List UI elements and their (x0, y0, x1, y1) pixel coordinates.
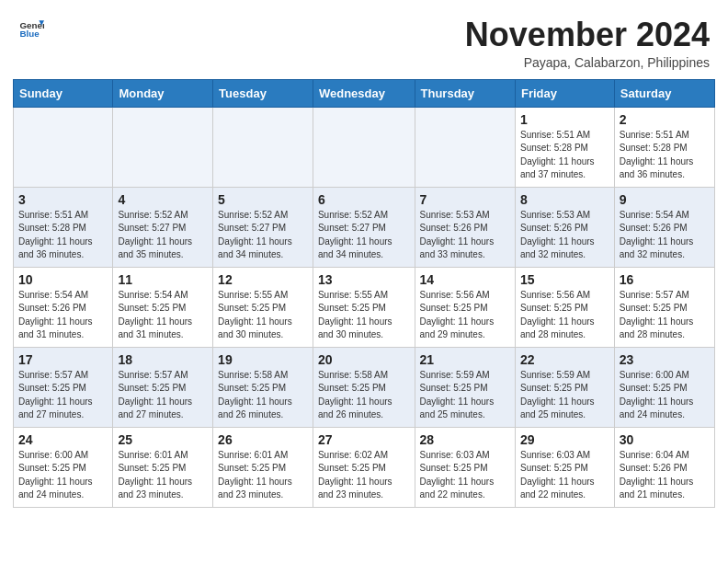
day-cell: 8Sunrise: 5:53 AM Sunset: 5:26 PM Daylig… (515, 187, 614, 267)
day-number: 4 (118, 192, 208, 207)
day-info: Sunrise: 6:03 AM Sunset: 5:25 PM Dayligh… (520, 449, 609, 502)
day-number: 20 (318, 352, 410, 367)
logo-icon: General Blue (18, 17, 44, 42)
day-cell: 28Sunrise: 6:03 AM Sunset: 5:25 PM Dayli… (415, 427, 515, 507)
day-cell: 15Sunrise: 5:56 AM Sunset: 5:25 PM Dayli… (515, 267, 614, 347)
day-info: Sunrise: 5:56 AM Sunset: 5:25 PM Dayligh… (420, 289, 510, 342)
day-cell (415, 107, 515, 187)
day-number: 5 (218, 192, 308, 207)
day-number: 11 (118, 272, 208, 287)
col-header-wednesday: Wednesday (313, 79, 415, 107)
day-info: Sunrise: 5:55 AM Sunset: 5:25 PM Dayligh… (318, 289, 410, 342)
day-number: 3 (18, 192, 108, 207)
day-info: Sunrise: 5:53 AM Sunset: 5:26 PM Dayligh… (520, 209, 609, 262)
day-cell: 9Sunrise: 5:54 AM Sunset: 5:26 PM Daylig… (614, 187, 714, 267)
day-number: 18 (118, 352, 208, 367)
day-cell: 7Sunrise: 5:53 AM Sunset: 5:26 PM Daylig… (415, 187, 515, 267)
header: General Blue November 2024 Payapa, Calab… (0, 0, 728, 79)
week-row-4: 17Sunrise: 5:57 AM Sunset: 5:25 PM Dayli… (14, 347, 715, 427)
day-info: Sunrise: 5:52 AM Sunset: 5:27 PM Dayligh… (218, 209, 308, 262)
day-info: Sunrise: 5:55 AM Sunset: 5:25 PM Dayligh… (218, 289, 308, 342)
day-number: 21 (420, 352, 510, 367)
logo: General Blue (18, 17, 44, 42)
day-number: 26 (218, 432, 308, 447)
day-cell (313, 107, 415, 187)
week-row-5: 24Sunrise: 6:00 AM Sunset: 5:25 PM Dayli… (14, 427, 715, 507)
calendar-table: SundayMondayTuesdayWednesdayThursdayFrid… (13, 79, 715, 508)
day-number: 17 (18, 352, 108, 367)
day-cell (213, 107, 313, 187)
day-cell: 16Sunrise: 5:57 AM Sunset: 5:25 PM Dayli… (614, 267, 714, 347)
day-number: 14 (420, 272, 510, 287)
calendar-wrapper: SundayMondayTuesdayWednesdayThursdayFrid… (0, 79, 728, 521)
day-info: Sunrise: 6:04 AM Sunset: 5:26 PM Dayligh… (620, 449, 710, 502)
day-cell: 20Sunrise: 5:58 AM Sunset: 5:25 PM Dayli… (313, 347, 415, 427)
day-info: Sunrise: 5:54 AM Sunset: 5:26 PM Dayligh… (18, 289, 108, 342)
day-info: Sunrise: 5:57 AM Sunset: 5:25 PM Dayligh… (118, 369, 208, 422)
day-number: 2 (620, 112, 710, 127)
day-number: 28 (420, 432, 510, 447)
day-cell: 17Sunrise: 5:57 AM Sunset: 5:25 PM Dayli… (14, 347, 113, 427)
day-number: 6 (318, 192, 410, 207)
month-title: November 2024 (465, 17, 710, 53)
col-header-monday: Monday (113, 79, 213, 107)
day-info: Sunrise: 5:54 AM Sunset: 5:25 PM Dayligh… (118, 289, 208, 342)
day-number: 30 (620, 432, 710, 447)
day-info: Sunrise: 6:03 AM Sunset: 5:25 PM Dayligh… (420, 449, 510, 502)
day-info: Sunrise: 5:52 AM Sunset: 5:27 PM Dayligh… (318, 209, 410, 262)
day-cell: 6Sunrise: 5:52 AM Sunset: 5:27 PM Daylig… (313, 187, 415, 267)
day-cell: 12Sunrise: 5:55 AM Sunset: 5:25 PM Dayli… (213, 267, 313, 347)
day-cell: 18Sunrise: 5:57 AM Sunset: 5:25 PM Dayli… (113, 347, 213, 427)
week-row-3: 10Sunrise: 5:54 AM Sunset: 5:26 PM Dayli… (14, 267, 715, 347)
day-info: Sunrise: 5:57 AM Sunset: 5:25 PM Dayligh… (18, 369, 108, 422)
header-row: SundayMondayTuesdayWednesdayThursdayFrid… (14, 79, 715, 107)
day-info: Sunrise: 5:57 AM Sunset: 5:25 PM Dayligh… (620, 289, 710, 342)
day-number: 7 (420, 192, 510, 207)
week-row-1: 1Sunrise: 5:51 AM Sunset: 5:28 PM Daylig… (14, 107, 715, 187)
day-cell: 29Sunrise: 6:03 AM Sunset: 5:25 PM Dayli… (515, 427, 614, 507)
day-cell: 21Sunrise: 5:59 AM Sunset: 5:25 PM Dayli… (415, 347, 515, 427)
page: General Blue November 2024 Payapa, Calab… (0, 0, 728, 521)
day-info: Sunrise: 5:52 AM Sunset: 5:27 PM Dayligh… (118, 209, 208, 262)
day-cell: 22Sunrise: 5:59 AM Sunset: 5:25 PM Dayli… (515, 347, 614, 427)
day-cell: 2Sunrise: 5:51 AM Sunset: 5:28 PM Daylig… (614, 107, 714, 187)
day-number: 15 (520, 272, 609, 287)
day-cell: 1Sunrise: 5:51 AM Sunset: 5:28 PM Daylig… (515, 107, 614, 187)
col-header-thursday: Thursday (415, 79, 515, 107)
day-cell: 24Sunrise: 6:00 AM Sunset: 5:25 PM Dayli… (14, 427, 113, 507)
day-cell: 5Sunrise: 5:52 AM Sunset: 5:27 PM Daylig… (213, 187, 313, 267)
day-cell: 13Sunrise: 5:55 AM Sunset: 5:25 PM Dayli… (313, 267, 415, 347)
day-info: Sunrise: 5:59 AM Sunset: 5:25 PM Dayligh… (420, 369, 510, 422)
day-info: Sunrise: 6:00 AM Sunset: 5:25 PM Dayligh… (620, 369, 710, 422)
day-info: Sunrise: 5:51 AM Sunset: 5:28 PM Dayligh… (18, 209, 108, 262)
day-info: Sunrise: 5:53 AM Sunset: 5:26 PM Dayligh… (420, 209, 510, 262)
day-cell: 19Sunrise: 5:58 AM Sunset: 5:25 PM Dayli… (213, 347, 313, 427)
svg-text:Blue: Blue (19, 29, 40, 39)
day-number: 16 (620, 272, 710, 287)
day-number: 12 (218, 272, 308, 287)
day-number: 24 (18, 432, 108, 447)
day-number: 27 (318, 432, 410, 447)
day-number: 25 (118, 432, 208, 447)
day-info: Sunrise: 6:01 AM Sunset: 5:25 PM Dayligh… (118, 449, 208, 502)
day-cell: 26Sunrise: 6:01 AM Sunset: 5:25 PM Dayli… (213, 427, 313, 507)
day-cell: 4Sunrise: 5:52 AM Sunset: 5:27 PM Daylig… (113, 187, 213, 267)
day-number: 13 (318, 272, 410, 287)
day-number: 23 (620, 352, 710, 367)
day-info: Sunrise: 6:01 AM Sunset: 5:25 PM Dayligh… (218, 449, 308, 502)
day-number: 9 (620, 192, 710, 207)
day-cell (113, 107, 213, 187)
day-info: Sunrise: 6:02 AM Sunset: 5:25 PM Dayligh… (318, 449, 410, 502)
day-info: Sunrise: 6:00 AM Sunset: 5:25 PM Dayligh… (18, 449, 108, 502)
day-number: 10 (18, 272, 108, 287)
title-area: November 2024 Payapa, Calabarzon, Philip… (465, 17, 710, 70)
day-cell: 30Sunrise: 6:04 AM Sunset: 5:26 PM Dayli… (614, 427, 714, 507)
subtitle: Payapa, Calabarzon, Philippines (465, 55, 710, 70)
day-cell: 14Sunrise: 5:56 AM Sunset: 5:25 PM Dayli… (415, 267, 515, 347)
day-cell: 3Sunrise: 5:51 AM Sunset: 5:28 PM Daylig… (14, 187, 113, 267)
day-cell: 27Sunrise: 6:02 AM Sunset: 5:25 PM Dayli… (313, 427, 415, 507)
day-number: 8 (520, 192, 609, 207)
day-cell: 25Sunrise: 6:01 AM Sunset: 5:25 PM Dayli… (113, 427, 213, 507)
day-cell: 23Sunrise: 6:00 AM Sunset: 5:25 PM Dayli… (614, 347, 714, 427)
day-info: Sunrise: 5:58 AM Sunset: 5:25 PM Dayligh… (318, 369, 410, 422)
